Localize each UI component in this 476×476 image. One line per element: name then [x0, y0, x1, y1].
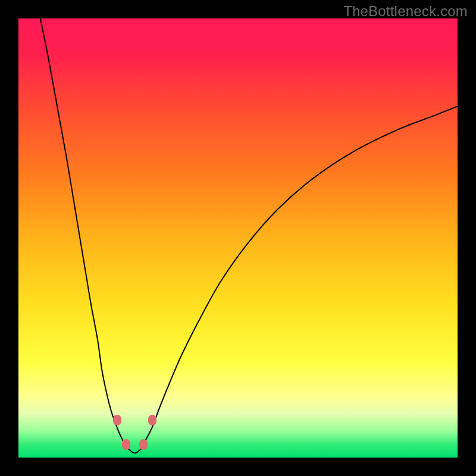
markers-layer — [18, 18, 458, 458]
valley-marker-3 — [148, 415, 156, 425]
valley-marker-1 — [122, 439, 130, 450]
valley-marker-0 — [113, 415, 121, 425]
watermark-text: TheBottleneck.com — [343, 3, 468, 20]
chart-frame: TheBottleneck.com — [0, 0, 476, 476]
plot-area — [18, 18, 458, 458]
valley-marker-2 — [139, 439, 148, 450]
